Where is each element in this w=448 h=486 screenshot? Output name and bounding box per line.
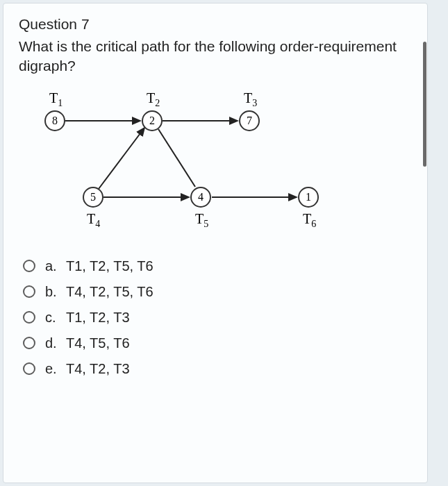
scrollbar-thumb[interactable] [423,42,426,167]
node-t3: 7 [239,110,260,131]
node-t2: 2 [142,110,163,131]
option-letter: c. [45,310,66,326]
radio-a[interactable] [23,260,35,272]
question-prompt: What is the critical path for the follow… [19,37,412,76]
option-letter: b. [45,284,66,300]
option-letter: a. [45,258,66,274]
radio-d[interactable] [23,337,35,349]
radio-c[interactable] [23,311,35,324]
option-text: T4, T2, T3 [66,361,130,377]
option-d[interactable]: d. T4, T5, T6 [23,335,412,351]
option-letter: e. [45,361,66,377]
option-text: T1, T2, T3 [66,310,130,326]
radio-b[interactable] [23,285,35,298]
node-t5: 4 [190,187,211,208]
question-card: Question 7 What is the critical path for… [3,3,428,483]
task-label-t5: T5 [195,211,208,230]
task-label-t1: T1 [49,90,63,109]
node-t1: 8 [44,110,65,131]
task-label-t4: T4 [87,211,100,230]
svg-line-4 [158,129,195,187]
option-a[interactable]: a. T1, T2, T5, T6 [23,258,412,274]
option-text: T4, T5, T6 [66,335,130,351]
options-list: a. T1, T2, T5, T6 b. T4, T2, T5, T6 c. T… [19,258,412,377]
svg-line-2 [99,128,144,189]
digraph-figure: T1 T2 T3 8 2 7 5 4 1 T4 T5 T6 [33,86,380,246]
task-label-t6: T6 [303,211,316,230]
option-b[interactable]: b. T4, T2, T5, T6 [23,284,412,300]
task-label-t2: T2 [147,90,160,109]
option-text: T1, T2, T5, T6 [66,258,154,274]
option-c[interactable]: c. T1, T2, T3 [23,310,412,326]
node-t4: 5 [83,187,103,208]
option-e[interactable]: e. T4, T2, T3 [23,361,412,377]
option-letter: d. [45,335,66,351]
radio-e[interactable] [23,362,35,375]
question-number: Question 7 [19,16,412,33]
option-text: T4, T2, T5, T6 [66,284,154,300]
task-label-t3: T3 [244,90,257,109]
page-container: Question 7 What is the critical path for… [0,0,431,486]
node-t6: 1 [298,187,319,208]
